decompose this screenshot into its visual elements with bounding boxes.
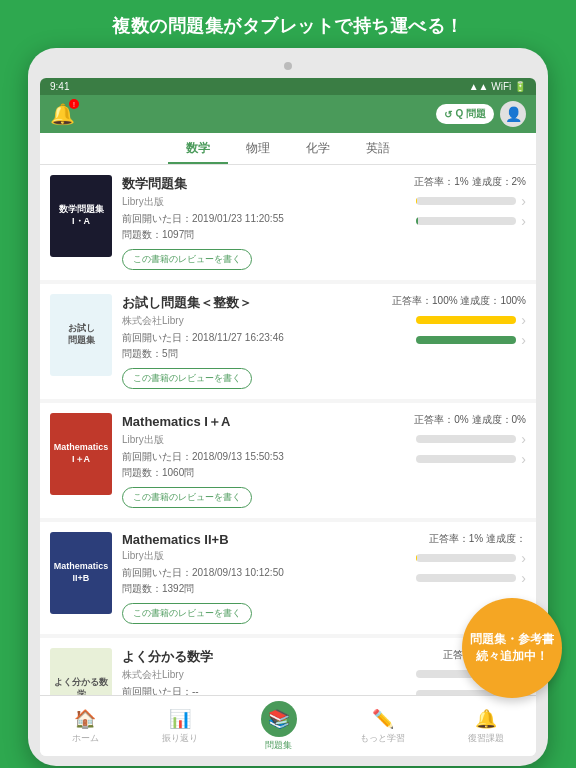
book-question-count: 問題数：1097問: [122, 228, 404, 242]
book-title: Mathematics II+B: [122, 532, 406, 547]
progress-bar-correct: [416, 316, 516, 324]
chevron-right-icon: ›: [521, 451, 526, 467]
tab-chemistry[interactable]: 化学: [288, 133, 348, 164]
header: 🔔 ! ↺ Q 問題 👤: [40, 95, 536, 133]
book-cover: よく分かる数学: [50, 648, 112, 695]
bottom-nav: 🏠 ホーム 📊 振り返り 📚 問題集 ✏️ もっと学習 🔔 復習課題: [40, 695, 536, 756]
progress-bar-achieve: [416, 336, 516, 344]
book-cover: お試し問題集: [50, 294, 112, 376]
chevron-right-icon: ›: [521, 213, 526, 229]
book-list: 数学問題集I・A 数学問題集 Libry出版 前回開いた日：2019/01/23…: [40, 165, 536, 695]
book-info: よく分かる数学 株式会社Libry 前回開いた日：-- 問題数：822問 この書…: [122, 648, 406, 695]
nav-item-振り返り[interactable]: 📊 振り返り: [162, 708, 198, 745]
book-stats: 正答率：0% 達成度：0% › ›: [414, 413, 526, 467]
book-publisher: 株式会社Libry: [122, 668, 406, 682]
progress-bar-achieve: [416, 574, 516, 582]
promo-badge: 問題集・参考書 続々追加中！: [462, 598, 562, 698]
status-icons: ▲▲ WiFi 🔋: [469, 81, 526, 92]
chevron-right-icon: ›: [521, 332, 526, 348]
book-last-opened: 前回開いた日：--: [122, 685, 406, 695]
book-last-opened: 前回開いた日：2018/09/13 10:12:50: [122, 566, 406, 580]
book-title: Mathematics I＋A: [122, 413, 404, 431]
promo-line1: 問題集・参考書: [470, 631, 554, 648]
book-correct-rate: 正答率：1% 達成度：: [429, 532, 526, 546]
bell-badge: !: [69, 99, 79, 109]
chevron-right-icon: ›: [521, 570, 526, 586]
book-title: お試し問題集＜整数＞: [122, 294, 382, 312]
nav-label: 振り返り: [162, 732, 198, 745]
chevron-right-icon: ›: [521, 312, 526, 328]
book-review-button[interactable]: この書籍のレビューを書く: [122, 368, 252, 389]
book-cover: 数学問題集I・A: [50, 175, 112, 257]
progress-bar-correct: [416, 435, 516, 443]
nav-label: もっと学習: [360, 732, 405, 745]
book-info: お試し問題集＜整数＞ 株式会社Libry 前回開いた日：2018/11/27 1…: [122, 294, 382, 389]
book-review-button[interactable]: この書籍のレビューを書く: [122, 603, 252, 624]
book-review-button[interactable]: この書籍のレビューを書く: [122, 487, 252, 508]
book-correct-rate: 正答率：100% 達成度：100%: [392, 294, 526, 308]
book-correct-rate: 正答率：1% 達成度：2%: [414, 175, 526, 189]
book-question-count: 問題数：1060問: [122, 466, 404, 480]
list-item[interactable]: MathematicsII+B Mathematics II+B Libry出版…: [40, 522, 536, 634]
book-stats: 正答率：1% 達成度： › ›: [416, 532, 526, 586]
book-info: 数学問題集 Libry出版 前回開いた日：2019/01/23 11:20:55…: [122, 175, 404, 270]
nav-item-もっと学習[interactable]: ✏️ もっと学習: [360, 708, 405, 745]
status-bar: 9:41 ▲▲ WiFi 🔋: [40, 78, 536, 95]
question-button[interactable]: ↺ Q 問題: [436, 104, 494, 124]
nav-icon: 🏠: [74, 708, 96, 730]
nav-item-復習課題[interactable]: 🔔 復習課題: [468, 708, 504, 745]
list-item[interactable]: MathematicsI＋A Mathematics I＋A Libry出版 前…: [40, 403, 536, 518]
book-cover: MathematicsII+B: [50, 532, 112, 614]
book-cover: MathematicsI＋A: [50, 413, 112, 495]
bell-icon[interactable]: 🔔 !: [50, 102, 75, 126]
chevron-right-icon: ›: [521, 193, 526, 209]
header-right: ↺ Q 問題 👤: [436, 101, 526, 127]
tablet-camera: [284, 62, 292, 70]
book-last-opened: 前回開いた日：2018/09/13 15:50:53: [122, 450, 404, 464]
list-item[interactable]: お試し問題集 お試し問題集＜整数＞ 株式会社Libry 前回開いた日：2018/…: [40, 284, 536, 399]
book-review-button[interactable]: この書籍のレビューを書く: [122, 249, 252, 270]
book-publisher: Libry出版: [122, 195, 404, 209]
tabs: 数学 物理 化学 英語: [40, 133, 536, 165]
nav-icon: 📚: [261, 701, 297, 737]
book-info: Mathematics I＋A Libry出版 前回開いた日：2018/09/1…: [122, 413, 404, 508]
book-title: 数学問題集: [122, 175, 404, 193]
status-time: 9:41: [50, 81, 69, 92]
book-title: よく分かる数学: [122, 648, 406, 666]
book-stats: 正答率：1% 達成度：2% › ›: [414, 175, 526, 229]
book-question-count: 問題数：1392問: [122, 582, 406, 596]
book-last-opened: 前回開いた日：2018/11/27 16:23:46: [122, 331, 382, 345]
question-icon: ↺: [444, 109, 452, 120]
chevron-right-icon: ›: [521, 550, 526, 566]
book-publisher: Libry出版: [122, 549, 406, 563]
tab-math[interactable]: 数学: [168, 133, 228, 164]
book-stats: 正答率：100% 達成度：100% › ›: [392, 294, 526, 348]
tab-english[interactable]: 英語: [348, 133, 408, 164]
book-publisher: Libry出版: [122, 433, 404, 447]
nav-item-問題集[interactable]: 📚 問題集: [261, 701, 297, 752]
book-info: Mathematics II+B Libry出版 前回開いた日：2018/09/…: [122, 532, 406, 624]
book-publisher: 株式会社Libry: [122, 314, 382, 328]
question-btn-label: Q 問題: [455, 107, 486, 121]
chevron-right-icon: ›: [521, 431, 526, 447]
nav-icon: ✏️: [372, 708, 394, 730]
nav-item-ホーム[interactable]: 🏠 ホーム: [72, 708, 99, 745]
progress-bar-correct: [416, 197, 516, 205]
list-item[interactable]: 数学問題集I・A 数学問題集 Libry出版 前回開いた日：2019/01/23…: [40, 165, 536, 280]
avatar[interactable]: 👤: [500, 101, 526, 127]
progress-bar-achieve: [416, 455, 516, 463]
hero-text: 複数の問題集がタブレットで持ち運べる！: [0, 0, 576, 48]
tab-physics[interactable]: 物理: [228, 133, 288, 164]
nav-label: 復習課題: [468, 732, 504, 745]
book-last-opened: 前回開いた日：2019/01/23 11:20:55: [122, 212, 404, 226]
nav-icon: 📊: [169, 708, 191, 730]
progress-bar-correct: [416, 554, 516, 562]
book-correct-rate: 正答率：0% 達成度：0%: [414, 413, 526, 427]
progress-bar-achieve: [416, 217, 516, 225]
nav-icon: 🔔: [475, 708, 497, 730]
promo-line2: 続々追加中！: [476, 648, 548, 665]
nav-label: 問題集: [265, 739, 292, 752]
book-question-count: 問題数：5問: [122, 347, 382, 361]
nav-label: ホーム: [72, 732, 99, 745]
